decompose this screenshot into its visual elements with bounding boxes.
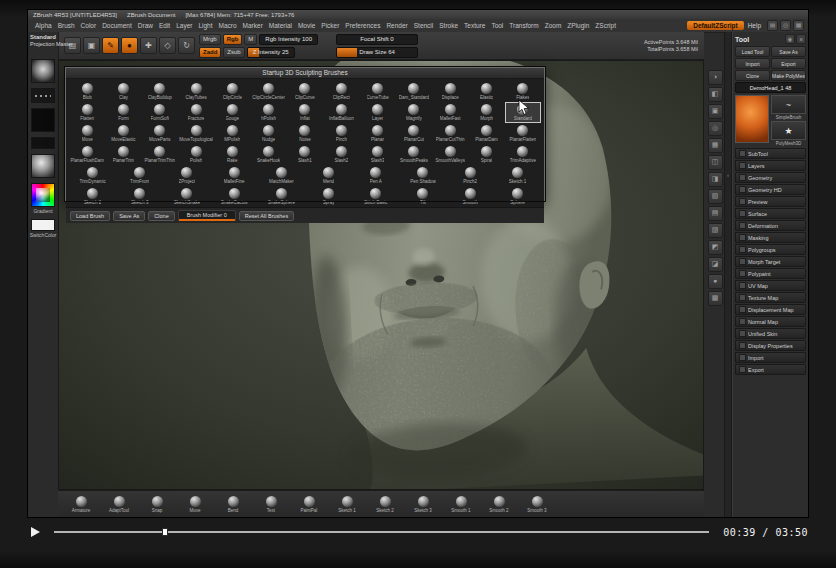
- simplebrush-thumbnail[interactable]: ~: [771, 95, 806, 114]
- brush-item[interactable]: ClipRect: [323, 81, 359, 102]
- tool-section[interactable]: Texture Map: [735, 292, 806, 303]
- brush-item[interactable]: ZProject: [163, 165, 210, 186]
- progress-handle[interactable]: [162, 528, 168, 536]
- tool-section[interactable]: Polypaint: [735, 268, 806, 279]
- brush-item[interactable]: Layer: [359, 102, 395, 123]
- tray-brush-item[interactable]: Smooth 3: [522, 496, 552, 513]
- alpha-thumbnail[interactable]: [31, 108, 55, 132]
- export-tool-button[interactable]: Export: [771, 58, 806, 69]
- brush-item[interactable]: Noise: [287, 123, 323, 144]
- menu-item[interactable]: ZPlugin: [564, 21, 592, 30]
- menu-item[interactable]: Alpha: [32, 21, 55, 30]
- tray-brush-item[interactable]: Smooth 2: [484, 496, 514, 513]
- menu-item[interactable]: Transform: [506, 21, 541, 30]
- switch-color-swatch[interactable]: [31, 219, 55, 231]
- brush-item[interactable]: Slash3: [359, 144, 395, 165]
- tray-brush-item[interactable]: Move: [180, 496, 210, 513]
- lightbox-icon[interactable]: ◎: [780, 20, 791, 31]
- move-button[interactable]: ✚: [140, 37, 157, 54]
- menu-item[interactable]: Light: [195, 21, 215, 30]
- brush-item[interactable]: Stitch Basic: [352, 186, 399, 207]
- xpose-button[interactable]: ▩: [708, 291, 723, 306]
- brush-item[interactable]: TrimFront: [116, 165, 163, 186]
- zadd-button[interactable]: Zadd: [199, 47, 221, 58]
- brush-item[interactable]: Pinch2: [447, 165, 494, 186]
- load-tool-button[interactable]: Load Tool: [735, 46, 770, 57]
- brush-item[interactable]: ClipCircleCenter: [251, 81, 287, 102]
- tool-section[interactable]: Preview: [735, 196, 806, 207]
- brush-item[interactable]: MatchMaker: [258, 165, 305, 186]
- tray-brush-item[interactable]: Sketch 2: [370, 496, 400, 513]
- brush-item[interactable]: SnakeCactus: [211, 186, 258, 207]
- menu-item[interactable]: Layer: [173, 21, 195, 30]
- menu-item[interactable]: Render: [383, 21, 410, 30]
- reset-all-brushes-button[interactable]: Reset All Brushes: [239, 211, 294, 221]
- brush-item[interactable]: hPolish: [251, 102, 287, 123]
- brush-item[interactable]: Rake: [214, 144, 250, 165]
- menu-item[interactable]: Picker: [318, 21, 342, 30]
- clone-brush-button[interactable]: Clone: [148, 211, 174, 221]
- brush-item[interactable]: Flatten: [69, 102, 105, 123]
- brush-item[interactable]: TrimDynamic: [69, 165, 116, 186]
- tool-section[interactable]: Morph Target: [735, 256, 806, 267]
- brush-item[interactable]: CurveTube: [359, 81, 395, 102]
- brush-item[interactable]: Planar: [359, 123, 395, 144]
- brush-item[interactable]: Gouge: [214, 102, 250, 123]
- tool-section[interactable]: Normal Map: [735, 316, 806, 327]
- brush-item[interactable]: Pinch: [323, 123, 359, 144]
- brush-item[interactable]: Elastic: [468, 81, 504, 102]
- brush-item[interactable]: Dam_Standard: [396, 81, 432, 102]
- brush-item[interactable]: Blob: [69, 81, 105, 102]
- brush-item[interactable]: Sketch 3: [116, 186, 163, 207]
- brush-item[interactable]: Sketch 1: [494, 165, 541, 186]
- brush-item[interactable]: MalletFine: [211, 165, 258, 186]
- brush-item[interactable]: PlanarCut: [396, 123, 432, 144]
- brush-item[interactable]: Mend: [305, 165, 352, 186]
- menu-item[interactable]: Marker: [240, 21, 266, 30]
- menu-item[interactable]: Preferences: [342, 21, 383, 30]
- brush-item[interactable]: Slash2: [323, 144, 359, 165]
- z-intensity-slider[interactable]: Z Intensity 25: [247, 47, 295, 58]
- brush-item[interactable]: PlanarFlatten: [505, 123, 541, 144]
- rotate-button[interactable]: ↻: [178, 37, 195, 54]
- brush-item[interactable]: PlanarTrim: [105, 144, 141, 165]
- active-tool-slider[interactable]: DemoHead_1 48: [735, 82, 806, 93]
- brush-item[interactable]: Displace: [432, 81, 468, 102]
- tray-brush-item[interactable]: Smooth 1: [446, 496, 476, 513]
- brush-modifier-slider[interactable]: Brush Modifier 0: [178, 210, 236, 221]
- tool-section[interactable]: Export: [735, 364, 806, 375]
- progress-bar[interactable]: [54, 527, 709, 537]
- brush-item[interactable]: Pen Shadow: [399, 165, 446, 186]
- brush-item[interactable]: Magnify: [396, 102, 432, 123]
- scroll-button[interactable]: ▦: [708, 138, 723, 153]
- brush-item[interactable]: ClipCircle: [214, 81, 250, 102]
- brush-item[interactable]: SnakeHook: [251, 144, 287, 165]
- tray-brush-item[interactable]: Sketch 3: [408, 496, 438, 513]
- menu-item[interactable]: Zoom: [542, 21, 565, 30]
- brush-item[interactable]: SnakeSphere: [258, 186, 305, 207]
- polyframe-button[interactable]: ▨: [708, 223, 723, 238]
- brush-item[interactable]: Form: [105, 102, 141, 123]
- ghost-button[interactable]: ◪: [708, 257, 723, 272]
- menu-item[interactable]: Texture: [461, 21, 488, 30]
- brush-item[interactable]: SmoothValleys: [432, 144, 468, 165]
- tray-brush-item[interactable]: AdaptTool: [104, 496, 134, 513]
- brush-item[interactable]: Spray: [305, 186, 352, 207]
- brush-item[interactable]: MoveTopological: [178, 123, 214, 144]
- clone-tool-button[interactable]: Clone: [735, 70, 770, 81]
- brush-item[interactable]: PlanarFlushDam: [69, 144, 105, 165]
- tray-brush-item[interactable]: Text: [256, 496, 286, 513]
- brush-item[interactable]: Pen A: [352, 165, 399, 186]
- brush-item[interactable]: Sphere: [494, 186, 541, 207]
- tool-section[interactable]: Import: [735, 352, 806, 363]
- brush-item[interactable]: PlanarTrimThin: [142, 144, 178, 165]
- bpr-button[interactable]: ◑: [708, 70, 723, 85]
- zsub-button[interactable]: Zsub: [223, 47, 244, 58]
- brush-item[interactable]: SketchSnake: [163, 186, 210, 207]
- tool-section[interactable]: Displacement Map: [735, 304, 806, 315]
- panel-divider[interactable]: ‹: [724, 32, 732, 517]
- tray-brush-item[interactable]: PaintPal: [294, 496, 324, 513]
- tray-brush-item[interactable]: Snap: [142, 496, 172, 513]
- brush-item[interactable]: ClayBuildup: [142, 81, 178, 102]
- active-tool-thumbnail[interactable]: [735, 95, 769, 143]
